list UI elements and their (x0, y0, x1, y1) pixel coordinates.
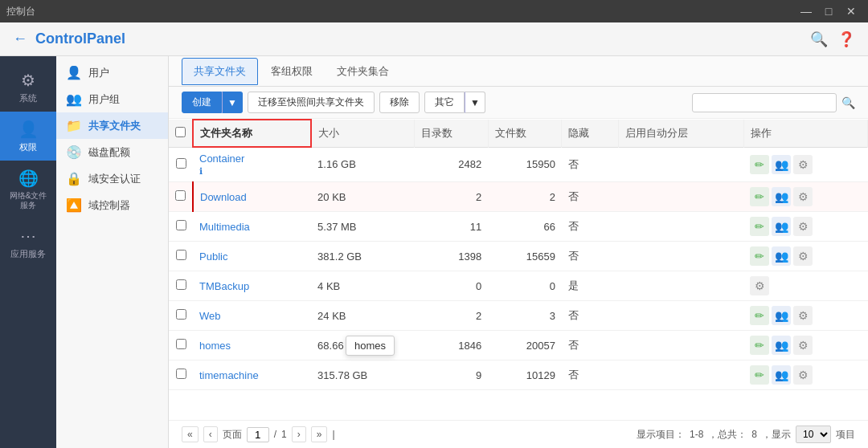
permissions-button[interactable]: 👥 (772, 187, 791, 206)
row-checkbox[interactable] (176, 339, 186, 349)
sidebar-item-groups[interactable]: 👥 用户组 (56, 86, 168, 112)
total-pages: 1 (281, 429, 287, 440)
permissions-button[interactable]: 👥 (772, 246, 791, 266)
cell-actions: ✏👥⚙ (743, 331, 867, 360)
close-button[interactable]: ✕ (841, 2, 862, 20)
cell-hidden: 否 (562, 331, 619, 360)
per-page-select[interactable]: 10 20 50 (796, 426, 831, 443)
settings-button[interactable]: ⚙ (793, 155, 813, 174)
folder-name-link[interactable]: timemachine (199, 369, 305, 381)
edit-button[interactable]: ✏ (750, 336, 769, 355)
settings-button[interactable]: ⚙ (793, 365, 813, 385)
info-icon[interactable]: ℹ (199, 166, 203, 176)
folder-name-link[interactable]: Web (199, 310, 305, 322)
select-all-checkbox[interactable] (175, 127, 186, 137)
permissions-button[interactable]: 👥 (772, 306, 791, 325)
folder-name-link[interactable]: Multimedia (199, 221, 305, 233)
back-button[interactable]: ← (13, 31, 27, 47)
show-label: 显示项目： (637, 428, 685, 442)
edit-button[interactable]: ✏ (750, 155, 769, 174)
minimize-button[interactable]: — (796, 2, 817, 20)
row-checkbox[interactable] (176, 369, 186, 379)
sidebar: ⚙ 系统 👤 权限 🌐 网络&文件服务 ⋯ 应用服务 (0, 56, 56, 448)
edit-button[interactable]: ✏ (750, 187, 769, 206)
last-page-button[interactable]: » (311, 426, 328, 442)
toolbar: 创建 ▼ 迁移至快照间共享文件夹 移除 其它 ▼ 🔍 (169, 87, 868, 119)
page-separator: / (274, 429, 276, 440)
search-input[interactable] (692, 93, 837, 112)
tab-nas-rights[interactable]: 客组权限 (260, 59, 324, 84)
create-button[interactable]: 创建 (182, 92, 222, 113)
sidebar-item-system[interactable]: ⚙ 系统 (0, 63, 56, 112)
edit-button[interactable]: ✏ (750, 217, 769, 236)
settings-button[interactable]: ⚙ (793, 306, 813, 325)
create-dropdown-button[interactable]: ▼ (222, 92, 243, 113)
migrate-button[interactable]: 迁移至快照间共享文件夹 (248, 92, 375, 113)
folder-name-link[interactable]: TMBackup (199, 280, 305, 292)
cell-dirs: 2 (414, 182, 488, 212)
settings-button[interactable]: ⚙ (793, 217, 813, 236)
other-dropdown-button[interactable]: ▼ (465, 92, 485, 113)
page-input[interactable] (247, 427, 269, 442)
row-checkbox[interactable] (176, 158, 186, 169)
col-hidden: 隐藏 (562, 120, 619, 147)
settings-button[interactable]: ⚙ (793, 246, 813, 266)
prev-page-button[interactable]: ‹ (203, 426, 218, 442)
permissions-button[interactable]: 👥 (772, 155, 791, 174)
sidebar-item-appservice[interactable]: ⋯ 应用服务 (0, 218, 56, 267)
titlebar-controls: — □ ✕ (796, 2, 862, 20)
sidebar-item-users[interactable]: 👤 用户 (56, 59, 168, 86)
sidebar-item-network[interactable]: 🌐 网络&文件服务 (0, 161, 56, 218)
permissions-button[interactable]: 👥 (772, 217, 791, 236)
cell-actions: ✏👥⚙ (743, 301, 867, 331)
next-page-button[interactable]: › (292, 426, 306, 442)
table-wrap: 文件夹名称 大小 目录数 文件数 隐藏 启用自动分层 操作 Container … (169, 119, 868, 420)
cell-auto-tier (618, 331, 743, 360)
search-icon[interactable]: 🔍 (810, 31, 828, 48)
sidebar-item-shared[interactable]: 📁 共享文件夹 (56, 112, 168, 139)
per-page-suffix: 项目 (836, 428, 855, 442)
tab-shared-folder[interactable]: 共享文件夹 (182, 58, 258, 85)
cell-hidden: 否 (562, 182, 619, 212)
permissions-button[interactable]: 👥 (772, 336, 791, 355)
total-prefix: ，总共： (708, 428, 747, 442)
group-nav-icon: 👥 (66, 92, 82, 107)
nav-domain-label: 域控制器 (88, 198, 130, 213)
permissions-button[interactable]: 👥 (772, 365, 791, 385)
lock-nav-icon: 🔒 (66, 171, 82, 186)
settings-button[interactable]: ⚙ (793, 336, 813, 355)
edit-button[interactable]: ✏ (750, 365, 769, 385)
other-button[interactable]: 其它 (424, 92, 465, 113)
tab-file-assembly[interactable]: 文件夹集合 (326, 59, 400, 84)
cell-hidden: 否 (562, 242, 619, 271)
settings-button[interactable]: ⚙ (750, 276, 769, 295)
topbar-icons: 🔍 ❓ (810, 31, 855, 48)
search-icon-toolbar[interactable]: 🔍 (841, 96, 855, 109)
user-nav-icon: 👤 (66, 65, 82, 80)
first-page-button[interactable]: « (182, 426, 199, 442)
sidebar-item-security[interactable]: 🔒 域安全认证 (56, 165, 168, 192)
table-header-row: 文件夹名称 大小 目录数 文件数 隐藏 启用自动分层 操作 (169, 120, 868, 147)
cell-dirs: 1846 (414, 331, 488, 360)
sidebar-item-permissions[interactable]: 👤 权限 (0, 112, 56, 161)
sidebar-item-domain[interactable]: 🔼 域控制器 (56, 192, 168, 218)
edit-button[interactable]: ✏ (750, 246, 769, 266)
help-icon[interactable]: ❓ (837, 31, 855, 48)
gear-icon: ⚙ (21, 71, 35, 90)
folder-name-link[interactable]: Public (199, 250, 305, 263)
folder-name-link[interactable]: homes (199, 340, 305, 352)
row-checkbox[interactable] (176, 279, 186, 290)
row-checkbox[interactable] (176, 250, 186, 260)
folder-name-link[interactable]: Download (200, 191, 305, 203)
folder-name-link[interactable]: Container (199, 153, 305, 165)
nav-shared-label: 共享文件夹 (88, 119, 141, 133)
row-checkbox[interactable] (176, 309, 186, 320)
settings-button[interactable]: ⚙ (793, 187, 813, 206)
sidebar-item-disk[interactable]: 💿 磁盘配额 (56, 139, 168, 165)
cell-dirs: 9 (414, 360, 488, 390)
row-checkbox[interactable] (176, 220, 186, 230)
maximize-button[interactable]: □ (818, 2, 839, 20)
edit-button[interactable]: ✏ (750, 306, 769, 325)
row-checkbox[interactable] (175, 190, 186, 201)
delete-button[interactable]: 移除 (379, 92, 420, 113)
